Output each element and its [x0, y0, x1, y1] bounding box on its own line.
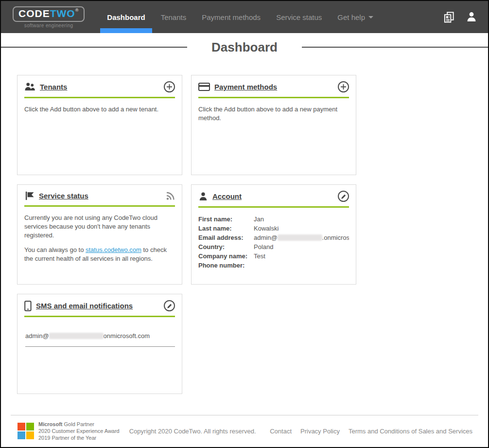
- account-card: Account First name: Jan Last name: Kowal…: [191, 184, 356, 285]
- payment-methods-card: Payment methods Click the Add button abo…: [191, 75, 356, 175]
- contact-link[interactable]: Contact: [270, 428, 292, 435]
- nav-item-dashboard[interactable]: Dashboard: [100, 1, 152, 33]
- top-navbar: CODETWO® software engineering Dashboard …: [1, 1, 488, 33]
- codetwo-logo-box: CODETWO®: [13, 6, 85, 22]
- nav-item-label: Get help: [337, 13, 365, 21]
- nav-item-service-status[interactable]: Service status: [269, 1, 329, 33]
- account-field-row: Email address: admin@.onmicrosof...: [198, 233, 349, 242]
- account-field-label: Country:: [198, 242, 254, 251]
- ms-award-line-2: 2020 Customer Experience Award: [38, 428, 120, 434]
- account-field-label: Email address:: [198, 233, 254, 242]
- account-email-value: admin@.onmicrosof...: [254, 233, 349, 242]
- navbar-right: [443, 11, 480, 23]
- ms-line1-rest: Gold Partner: [63, 421, 94, 427]
- logo-registered-mark: ®: [75, 8, 79, 13]
- nav-item-payment-methods[interactable]: Payment methods: [195, 1, 267, 33]
- tenants-people-icon: [24, 82, 35, 91]
- service-status-card: Service status Currently you are not usi…: [17, 184, 182, 285]
- sms-email-notifications-card: SMS and email notifications admin@onmicr…: [17, 294, 182, 394]
- account-field-label: Phone number:: [198, 261, 254, 270]
- email-suffix: .onmicrosof...: [322, 234, 349, 241]
- tenants-card: Tenants Click the Add button above to ad…: [17, 75, 182, 175]
- account-field-value: Kowalski: [254, 224, 279, 233]
- service-status-text-1: Currently you are not using any CodeTwo …: [24, 214, 175, 240]
- app-window: CODETWO® software engineering Dashboard …: [0, 0, 489, 448]
- page-footer: Microsoft Gold Partner 2020 Customer Exp…: [11, 415, 478, 447]
- ms-bold-text: Microsoft: [38, 421, 63, 427]
- news-icon[interactable]: [443, 11, 455, 23]
- microsoft-logo: [17, 423, 34, 439]
- service-status-card-title[interactable]: Service status: [39, 192, 88, 200]
- notification-email-row: admin@onmicrosoft.com: [25, 324, 175, 347]
- service-status-text-before-link: You can always go to: [24, 246, 86, 253]
- copyright-text: Copyright 2020 CodeTwo. All rights reser…: [129, 428, 256, 435]
- ms-logo-red-square: [17, 423, 25, 430]
- account-field-row: Company name: Test: [198, 251, 349, 261]
- tenants-card-title[interactable]: Tenants: [40, 83, 67, 91]
- nav-item-label: Tenants: [161, 13, 187, 21]
- nav-item-label: Service status: [276, 13, 322, 21]
- add-payment-method-button[interactable]: [338, 81, 349, 92]
- payment-methods-empty-text: Click the Add button above to add a new …: [198, 105, 349, 123]
- service-status-text-2: You can always go to status.codetwo.com …: [24, 246, 175, 263]
- microsoft-partner-block: Microsoft Gold Partner 2020 Customer Exp…: [11, 421, 120, 441]
- logo-two-text: TWO: [50, 8, 75, 19]
- edit-notifications-button[interactable]: [164, 300, 175, 311]
- account-card-title[interactable]: Account: [212, 192, 242, 200]
- account-field-value: Jan: [254, 215, 264, 224]
- ms-award-line-1: Microsoft Gold Partner: [38, 421, 120, 428]
- edit-account-button[interactable]: [338, 191, 349, 202]
- ms-logo-yellow-square: [26, 431, 34, 439]
- account-field-value: Test: [254, 251, 265, 261]
- sms-email-notifications-card-title[interactable]: SMS and email notifications: [36, 302, 133, 310]
- nav-item-label: Dashboard: [107, 13, 145, 21]
- microsoft-awards-text: Microsoft Gold Partner 2020 Customer Exp…: [38, 421, 120, 441]
- redacted-email-domain: [49, 333, 104, 339]
- footer-links: Contact Privacy Policy Terms and Conditi…: [270, 428, 478, 435]
- nav-item-label: Payment methods: [202, 13, 261, 21]
- account-field-label: First name:: [198, 215, 254, 224]
- title-rule-left: [1, 47, 187, 48]
- add-tenant-button[interactable]: [164, 81, 175, 92]
- logo-code-text: CODE: [18, 8, 50, 19]
- ms-logo-green-square: [26, 423, 34, 430]
- account-field-row: Phone number:: [198, 261, 349, 270]
- main-nav: Dashboard Tenants Payment methods Servic…: [99, 1, 381, 33]
- redacted-email-domain: [278, 234, 322, 241]
- ms-award-line-3: 2019 Partner of the Year: [38, 434, 120, 441]
- title-rule-right: [302, 47, 488, 48]
- account-field-row: Last name: Kowalski: [198, 224, 349, 233]
- account-field-row: First name: Jan: [198, 215, 349, 224]
- nav-item-tenants[interactable]: Tenants: [154, 1, 193, 33]
- privacy-policy-link[interactable]: Privacy Policy: [300, 428, 340, 435]
- main-content: Tenants Click the Add button above to ad…: [1, 61, 488, 415]
- page-title: Dashboard: [211, 40, 278, 55]
- chevron-down-icon: [368, 16, 373, 18]
- email-prefix: admin@: [25, 332, 49, 340]
- page-title-strip: Dashboard: [1, 33, 488, 61]
- status-codetwo-link[interactable]: status.codetwo.com: [86, 246, 141, 253]
- smartphone-icon: [24, 301, 32, 311]
- flag-icon: [24, 191, 35, 201]
- nav-item-get-help[interactable]: Get help: [331, 1, 380, 33]
- codetwo-logo[interactable]: CODETWO® software engineering: [13, 6, 85, 28]
- terms-conditions-link[interactable]: Terms and Conditions of Sales and Servic…: [349, 428, 472, 435]
- account-field-label: Last name:: [198, 224, 254, 233]
- account-field-label: Company name:: [198, 251, 254, 261]
- logo-tagline: software engineering: [24, 23, 73, 28]
- person-icon: [198, 192, 208, 201]
- payment-methods-card-title[interactable]: Payment methods: [214, 83, 277, 91]
- user-icon[interactable]: [466, 11, 477, 23]
- account-field-value: Poland: [254, 242, 273, 251]
- rss-feed-icon[interactable]: [166, 192, 175, 200]
- tenants-empty-text: Click the Add button above to add a new …: [24, 105, 175, 114]
- credit-card-icon: [198, 82, 210, 91]
- email-prefix: admin@: [254, 234, 278, 241]
- dashboard-grid: Tenants Click the Add button above to ad…: [17, 75, 472, 394]
- account-field-row: Country: Poland: [198, 242, 349, 251]
- email-suffix: onmicrosoft.com: [104, 332, 150, 340]
- ms-logo-blue-square: [17, 431, 25, 439]
